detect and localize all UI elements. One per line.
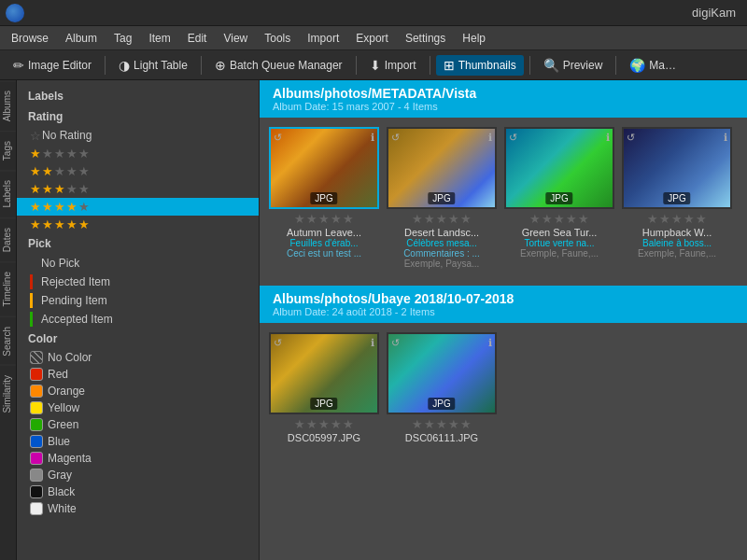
vtab-dates[interactable]: Dates [0, 217, 16, 261]
vtab-albums[interactable]: Albums [0, 80, 16, 131]
thumb-image-thumb-bear[interactable]: JPG ℹ ↺ [269, 332, 379, 414]
album-header-album-vista: Albums/photos/METADATA/Vista Album Date:… [260, 80, 747, 118]
toolbar-label-image-editor: Image Editor [28, 59, 92, 72]
menu-edit[interactable]: Edit [180, 30, 215, 47]
toolbar-sep-2 [201, 56, 202, 75]
vtab-similarity[interactable]: Similarity [0, 365, 16, 423]
rating-item-2stars[interactable]: ★★★★★ [17, 162, 259, 180]
rating-item-4stars[interactable]: ★★★★★ [17, 198, 259, 216]
star-filled: ★ [30, 147, 41, 161]
star-filled: ★ [42, 200, 53, 214]
thumb-image-thumb-autumn[interactable]: JPG ℹ ↺ [269, 127, 379, 209]
thumb-star: ★ [318, 212, 330, 226]
thumb-image-thumb-whale[interactable]: JPG ℹ ↺ [622, 127, 732, 209]
star-filled: ★ [66, 217, 78, 231]
star-empty: ★ [42, 147, 53, 161]
thumb-format-badge: JPG [545, 192, 572, 204]
menu-import[interactable]: Import [300, 30, 346, 47]
color-item-yellow[interactable]: Yellow [17, 399, 259, 416]
color-item-gray[interactable]: Gray [17, 467, 259, 483]
vtab-labels[interactable]: Labels [0, 170, 16, 217]
thumbnail-thumb-autumn[interactable]: JPG ℹ ↺ ★★★★★ Autumn Leave... Feuilles d… [269, 127, 379, 269]
info-icon: ℹ [606, 132, 610, 144]
thumb-image-thumb-desert[interactable]: JPG ℹ ↺ [387, 127, 497, 209]
star-filled: ★ [66, 200, 78, 214]
star-empty: ★ [78, 182, 90, 196]
color-item-green[interactable]: Green [17, 416, 259, 433]
stars-display: ★★★★★ [30, 164, 90, 178]
thumbnail-thumb-bear[interactable]: JPG ℹ ↺ ★★★★★ DSC05997.JPG [269, 332, 379, 443]
color-item-red[interactable]: Red [17, 366, 259, 383]
thumb-star: ★ [696, 212, 707, 226]
toolbar-btn-thumbnails[interactable]: ⊞Thumbnails [436, 55, 524, 76]
thumbnail-thumb-desert[interactable]: JPG ℹ ↺ ★★★★★ Desert Landsc... Célèbres … [387, 127, 497, 269]
thumb-star: ★ [448, 417, 459, 431]
menu-export[interactable]: Export [348, 30, 396, 47]
thumb-format-badge: JPG [663, 192, 690, 204]
toolbar-btn-image-editor[interactable]: ✏Image Editor [6, 55, 99, 76]
toolbar-label-import: Import [385, 59, 416, 72]
stars-display: ★★★★★ [30, 217, 90, 231]
color-item-magenta[interactable]: Magenta [17, 450, 259, 467]
menu-tools[interactable]: Tools [257, 30, 298, 47]
rating-item-1star[interactable]: ★★★★★ [17, 145, 259, 162]
color-item-no-color[interactable]: No Color [17, 349, 259, 366]
thumb-star: ★ [412, 417, 423, 431]
pick-item-pending[interactable]: Pending Item [17, 291, 259, 310]
thumbnail-thumb-lake[interactable]: JPG ℹ ↺ ★★★★★ DSC06111.JPG [387, 332, 497, 443]
thumb-star: ★ [671, 212, 683, 226]
rating-item-no-rating[interactable]: ☆ No Rating [17, 127, 259, 145]
color-label: Orange [48, 385, 85, 398]
thumb-image-thumb-turtle[interactable]: JPG ℹ ↺ [504, 127, 614, 209]
star-empty: ★ [78, 147, 90, 161]
thumb-format-badge: JPG [310, 398, 337, 410]
vtab-timeline[interactable]: Timeline [0, 261, 16, 315]
thumb-star: ★ [578, 212, 589, 226]
toolbar-btn-preview[interactable]: 🔍Preview [536, 55, 611, 76]
star-empty: ★ [78, 164, 90, 178]
thumb-image-thumb-lake[interactable]: JPG ℹ ↺ [387, 332, 497, 414]
pick-section: No PickRejected ItemPending ItemAccepted… [17, 254, 259, 329]
menu-item[interactable]: Item [141, 30, 177, 47]
thumbnail-thumb-whale[interactable]: JPG ℹ ↺ ★★★★★ Humpback W... Baleine à bo… [622, 127, 732, 269]
vtab-search[interactable]: Search [0, 316, 16, 366]
toolbar-label-light-table: Light Table [134, 59, 188, 72]
info-icon: ℹ [371, 132, 374, 144]
color-dot-red [30, 368, 43, 381]
thumb-star: ★ [318, 417, 330, 431]
color-item-blue[interactable]: Blue [17, 433, 259, 450]
menu-settings[interactable]: Settings [398, 30, 453, 47]
menu-browse[interactable]: Browse [4, 30, 56, 47]
pick-color-line [30, 293, 33, 308]
pick-item-rejected[interactable]: Rejected Item [17, 273, 259, 291]
toolbar-btn-import[interactable]: ⬇Import [362, 55, 424, 76]
album-section-album-vista: Albums/photos/METADATA/Vista Album Date:… [260, 80, 747, 278]
color-item-orange[interactable]: Orange [17, 383, 259, 399]
rating-item-3stars[interactable]: ★★★★★ [17, 180, 259, 198]
pick-item-no-pick[interactable]: No Pick [17, 254, 259, 273]
thumbnail-thumb-turtle[interactable]: JPG ℹ ↺ ★★★★★ Green Sea Tur... Tortue ve… [504, 127, 614, 269]
toolbar-btn-map[interactable]: 🌍Ma… [622, 55, 684, 76]
rating-item-5stars[interactable]: ★★★★★ [17, 216, 259, 233]
thumb-star: ★ [566, 212, 577, 226]
light-table-icon: ◑ [119, 58, 130, 73]
menu-album[interactable]: Album [58, 30, 105, 47]
thumb-title: Desert Landsc... [387, 227, 497, 238]
color-item-black[interactable]: Black [17, 483, 259, 500]
toolbar-btn-light-table[interactable]: ◑Light Table [111, 55, 195, 76]
vtab-tags[interactable]: Tags [0, 131, 16, 170]
star-empty: ★ [66, 147, 78, 161]
color-item-white[interactable]: White [17, 500, 259, 517]
batch-queue-icon: ⊕ [215, 58, 226, 73]
thumb-subtitle: Célèbres mesa... [387, 238, 497, 248]
color-label: Green [48, 418, 78, 431]
pick-item-accepted[interactable]: Accepted Item [17, 310, 259, 329]
thumb-subtitle: Feuilles d'érab... [269, 238, 379, 248]
toolbar-sep-4 [430, 56, 430, 75]
color-label: No Color [48, 351, 92, 364]
thumb-star: ★ [436, 212, 447, 226]
menu-help[interactable]: Help [455, 30, 493, 47]
menu-tag[interactable]: Tag [106, 30, 139, 47]
menu-view[interactable]: View [216, 30, 255, 47]
toolbar-btn-batch-queue[interactable]: ⊕Batch Queue Manager [207, 55, 350, 76]
